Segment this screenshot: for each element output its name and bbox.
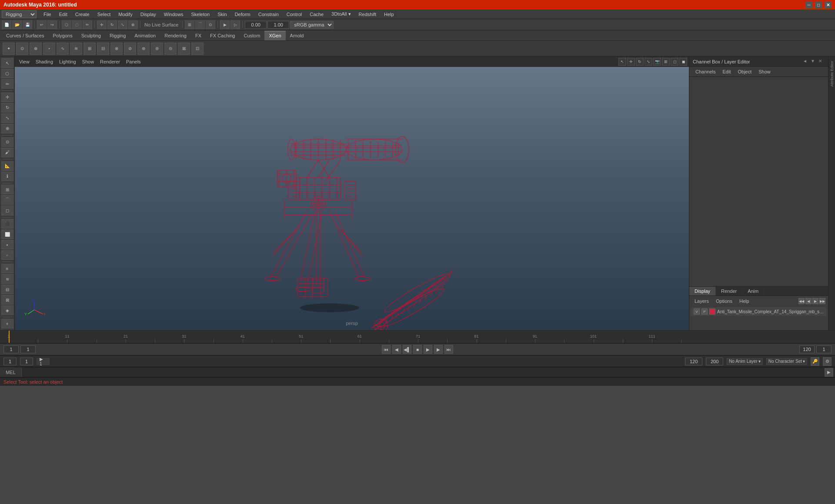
menu-create[interactable]: Create xyxy=(72,11,93,18)
lt-universal-tool[interactable]: ⊕ xyxy=(1,124,13,133)
sb-start-frame[interactable] xyxy=(3,358,17,365)
layer-help-menu[interactable]: Help xyxy=(737,298,752,305)
menu-redshift[interactable]: Redshift xyxy=(355,11,380,18)
sb-current-frame[interactable] xyxy=(20,358,33,365)
close-button[interactable]: ✕ xyxy=(825,1,832,8)
lt-select-tool[interactable]: ↖ xyxy=(1,58,13,68)
lt-extra-4[interactable]: ⊠ xyxy=(1,295,13,305)
lt-quick-layout-1[interactable]: ⬛ xyxy=(1,219,13,229)
minimize-button[interactable]: ─ xyxy=(805,1,812,8)
lt-quick-layout-2[interactable]: ⬜ xyxy=(1,229,13,239)
layer-next-icon[interactable]: ▶▶ xyxy=(819,298,825,304)
tb-time-input[interactable] xyxy=(245,21,267,29)
menu-constrain[interactable]: Constrain xyxy=(255,11,282,18)
cb-channels-menu[interactable]: Channels xyxy=(692,68,719,75)
shelf-xgen-14[interactable]: ⊠ xyxy=(178,43,190,55)
tb-universal[interactable]: ⊕ xyxy=(128,20,138,29)
layer-layers-menu[interactable]: Layers xyxy=(692,298,711,305)
lt-rotate-tool[interactable]: ↻ xyxy=(1,103,13,113)
tb-scale[interactable]: ⤡ xyxy=(118,20,127,29)
lt-extra-1[interactable]: ≡ xyxy=(1,264,13,273)
lt-surface[interactable]: ◻ xyxy=(1,206,13,215)
tb-snap-point[interactable]: ⊙ xyxy=(206,20,215,29)
layer-visibility-btn[interactable]: V xyxy=(694,308,700,315)
cb-show-menu[interactable]: Show xyxy=(755,68,774,75)
cb-tab-render[interactable]: Render xyxy=(716,287,742,295)
layer-p-btn[interactable]: P xyxy=(701,308,708,315)
menu-help[interactable]: Help xyxy=(381,11,397,18)
menu-skin[interactable]: Skin xyxy=(214,11,230,18)
cb-object-menu[interactable]: Object xyxy=(734,68,755,75)
tab-fx[interactable]: FX xyxy=(191,31,206,40)
lt-curve[interactable]: ⌒ xyxy=(1,195,13,205)
cmd-run-btn[interactable]: ▶ xyxy=(825,368,833,377)
menu-display[interactable]: Display xyxy=(137,11,160,18)
shelf-xgen-10[interactable]: ⊘ xyxy=(124,43,136,55)
menu-skeleton[interactable]: Skeleton xyxy=(187,11,213,18)
shelf-xgen-12[interactable]: ⊜ xyxy=(151,43,163,55)
shelf-xgen-6[interactable]: ≋ xyxy=(70,43,82,55)
lt-extra-2[interactable]: ≋ xyxy=(1,274,13,284)
sb-end-frame[interactable] xyxy=(685,358,702,365)
shelf-xgen-9[interactable]: ⊗ xyxy=(110,43,123,55)
channel-box-arrow-icon[interactable]: ◄ xyxy=(803,59,809,65)
tb-open[interactable]: 📂 xyxy=(12,20,22,29)
tab-rigging[interactable]: Rigging xyxy=(105,31,130,40)
shelf-xgen-8[interactable]: ⊟ xyxy=(97,43,109,55)
lt-measure[interactable]: 📐 xyxy=(1,161,13,171)
tab-fx-caching[interactable]: FX Caching xyxy=(206,31,239,40)
sb-max-end[interactable] xyxy=(706,358,723,365)
lt-sculpt[interactable]: 🖌 xyxy=(1,148,13,157)
shelf-xgen-7[interactable]: ⊞ xyxy=(84,43,96,55)
cb-edit-menu[interactable]: Edit xyxy=(719,68,734,75)
lt-extra-3[interactable]: ⊟ xyxy=(1,285,13,294)
tab-custom[interactable]: Custom xyxy=(240,31,265,40)
vp-renderer-menu[interactable]: Renderer xyxy=(97,58,123,65)
tb-move[interactable]: ✛ xyxy=(97,20,107,29)
tl-next-key[interactable]: ⏭ xyxy=(444,345,453,354)
viewport[interactable]: View Shading Lighting Show Renderer Pane… xyxy=(15,56,689,330)
sb-settings-btn[interactable]: ⚙ xyxy=(823,357,832,366)
vp-move-icon[interactable]: ✛ xyxy=(627,58,635,66)
menu-file[interactable]: File xyxy=(40,11,55,18)
tab-rendering[interactable]: Rendering xyxy=(160,31,191,40)
vp-grid-icon[interactable]: ⊞ xyxy=(662,58,670,66)
vp-camera-icon[interactable]: 📷 xyxy=(653,58,661,66)
menu-cache[interactable]: Cache xyxy=(306,11,327,18)
tl-prev-frame[interactable]: ◀ xyxy=(392,345,401,354)
vp-rotate-icon[interactable]: ↻ xyxy=(636,58,644,66)
layer-prev-icon[interactable]: ◀◀ xyxy=(798,298,805,304)
lt-paint-tool[interactable]: ✏ xyxy=(1,79,13,89)
tl-range-start[interactable] xyxy=(20,345,36,353)
menu-windows[interactable]: Windows xyxy=(160,11,187,18)
tb-snap-curve[interactable]: ⌒ xyxy=(195,20,205,29)
tl-next-frame[interactable]: ▶ xyxy=(434,345,443,354)
lt-quick-layout-4[interactable]: ▫ xyxy=(1,250,13,260)
lt-lasso-tool[interactable]: ⬡ xyxy=(1,69,13,78)
tl-stop[interactable]: ■ xyxy=(413,345,422,354)
tb-paint[interactable]: ✏ xyxy=(83,20,92,29)
tb-new[interactable]: 📄 xyxy=(2,20,11,29)
tb-colorspace-dropdown[interactable]: sRGB gamma xyxy=(290,21,334,29)
tb-undo[interactable]: ↩ xyxy=(37,20,47,29)
tb-select[interactable]: ⬡ xyxy=(62,20,71,29)
shelf-xgen-2[interactable]: ⊙ xyxy=(16,43,28,55)
shelf-xgen-3[interactable]: ⊕ xyxy=(30,43,42,55)
sb-char-set-dropdown[interactable]: No Character Set ▾ xyxy=(766,358,807,365)
menu-select[interactable]: Select xyxy=(94,11,114,18)
cmd-input[interactable] xyxy=(22,367,825,377)
lt-quick-layout-3[interactable]: ▪ xyxy=(1,240,13,249)
layer-color-swatch[interactable] xyxy=(709,308,715,315)
tab-polygons[interactable]: Polygons xyxy=(48,31,77,40)
shelf-xgen-13[interactable]: ⊝ xyxy=(164,43,177,55)
channel-box-close-icon[interactable]: ✕ xyxy=(818,59,825,65)
tab-arnold[interactable]: Arnold xyxy=(286,31,308,40)
tb-save[interactable]: 💾 xyxy=(23,20,32,29)
tb-snap-grid[interactable]: ⊞ xyxy=(185,20,194,29)
vp-scale-icon[interactable]: ⤡ xyxy=(645,58,652,66)
vp-wire-icon[interactable]: ◻ xyxy=(671,58,678,66)
vp-shading-menu[interactable]: Shading xyxy=(33,58,56,65)
tab-sculpting[interactable]: Sculpting xyxy=(77,31,105,40)
menu-deform[interactable]: Deform xyxy=(231,11,254,18)
workspace-selector[interactable]: Rigging xyxy=(2,10,37,18)
